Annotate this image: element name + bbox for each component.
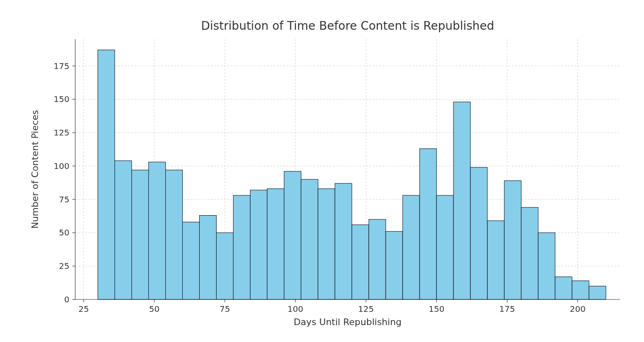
x-tick-label: 200 <box>570 304 585 314</box>
y-tick-label: 100 <box>54 161 69 171</box>
y-tick-label: 175 <box>54 61 69 71</box>
y-tick-label: 125 <box>54 128 69 138</box>
histogram-chart: 2550751001251501752000255075100125150175… <box>0 0 644 342</box>
histogram-bar <box>250 190 267 299</box>
histogram-bar <box>199 215 216 299</box>
histogram-bar <box>521 207 538 299</box>
histogram-bar <box>538 233 555 299</box>
histogram-bar <box>318 189 335 299</box>
histogram-bar <box>149 162 166 299</box>
y-tick-label: 50 <box>59 228 69 238</box>
histogram-bar <box>267 189 284 299</box>
y-tick-label: 150 <box>54 94 69 104</box>
histogram-bar <box>98 50 115 299</box>
histogram-bar <box>352 225 369 299</box>
histogram-bar <box>166 170 183 299</box>
x-tick-label: 75 <box>219 304 230 314</box>
histogram-bar <box>216 233 233 299</box>
histogram-bar <box>335 183 352 299</box>
chart-title: Distribution of Time Before Content is R… <box>201 19 494 33</box>
histogram-bar <box>284 171 301 299</box>
histogram-bar <box>132 170 149 299</box>
histogram-bar <box>403 195 420 299</box>
y-tick-label: 25 <box>59 261 69 271</box>
x-tick-label: 50 <box>149 304 159 314</box>
histogram-bar <box>233 195 250 299</box>
histogram-bar <box>487 221 504 299</box>
x-tick-label: 25 <box>79 304 89 314</box>
histogram-bar <box>183 222 200 299</box>
histogram-bar <box>115 161 132 299</box>
histogram-bar <box>420 149 436 299</box>
histogram-bar <box>572 281 589 299</box>
histogram-bar <box>453 102 470 299</box>
x-tick-label: 100 <box>288 304 303 314</box>
histogram-bar <box>369 219 386 299</box>
histogram-bar <box>301 179 318 299</box>
x-tick-label: 150 <box>429 304 444 314</box>
histogram-bar <box>589 286 606 299</box>
x-tick-label: 175 <box>499 304 515 314</box>
x-axis-label: Days Until Republishing <box>293 317 401 327</box>
y-tick-label: 0 <box>64 294 69 304</box>
histogram-bar <box>555 277 572 299</box>
y-axis-label: Number of Content Pieces <box>30 110 40 229</box>
histogram-bar <box>436 195 453 299</box>
histogram-bar <box>470 167 487 299</box>
chart-container: 2550751001251501752000255075100125150175… <box>0 0 644 342</box>
histogram-bar <box>386 231 403 299</box>
x-tick-label: 125 <box>358 304 374 314</box>
y-tick-label: 75 <box>59 195 69 204</box>
histogram-bar <box>504 180 521 299</box>
